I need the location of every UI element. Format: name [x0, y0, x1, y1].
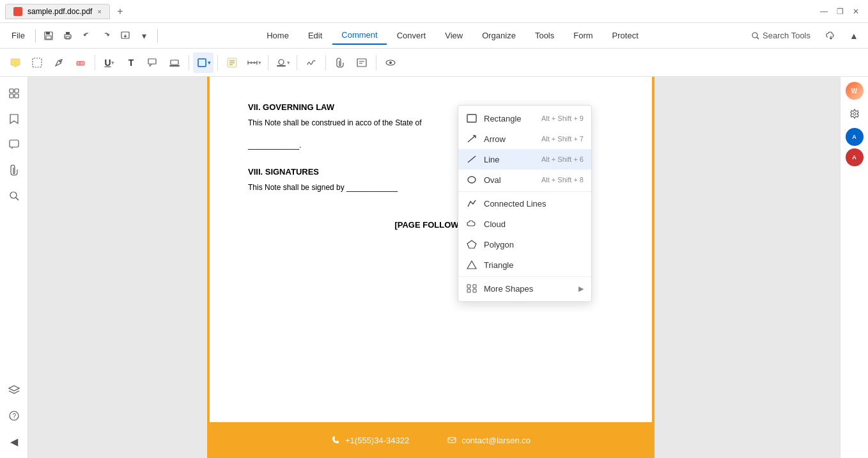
svg-point-26: [279, 59, 284, 65]
ai-other-button[interactable]: A: [846, 148, 864, 166]
signature-tool[interactable]: [301, 52, 322, 73]
active-tab[interactable]: sample.pdf.doc.pdf ×: [5, 4, 110, 19]
shape-polygon-item[interactable]: Polygon: [458, 234, 591, 255]
svg-rect-37: [10, 140, 19, 147]
pen-tool[interactable]: [49, 52, 69, 73]
titlebar: sample.pdf.doc.pdf × + — ❐ ✕: [0, 0, 868, 23]
nav-view[interactable]: View: [436, 27, 472, 44]
right-sidebar: W A A: [840, 77, 868, 458]
shape-line-item[interactable]: Line Alt + Shift + 6: [458, 149, 591, 170]
svg-point-52: [853, 113, 856, 115]
ai-claude-button[interactable]: A: [846, 128, 864, 146]
svg-rect-15: [169, 65, 180, 67]
nav-home[interactable]: Home: [258, 27, 298, 44]
svg-rect-4: [66, 32, 70, 35]
dropdown-sep-1: [458, 191, 591, 192]
redo-button[interactable]: [97, 27, 115, 45]
nav-organize[interactable]: Organize: [473, 27, 525, 44]
shape-more-shapes-item[interactable]: More Shapes ▶: [458, 278, 591, 299]
more-shapes-label: More Shapes: [484, 284, 572, 294]
right-settings-icon[interactable]: [843, 102, 866, 125]
nav-form[interactable]: Form: [564, 27, 601, 44]
text-tool[interactable]: T: [121, 52, 141, 73]
nav-protect[interactable]: Protect: [603, 27, 647, 44]
search-tools-button[interactable]: Search Tools: [745, 28, 817, 43]
select-tool[interactable]: [27, 52, 47, 73]
nav-tools[interactable]: Tools: [526, 27, 563, 44]
line-label: Line: [484, 155, 535, 164]
svg-point-32: [389, 61, 392, 64]
nav-edit[interactable]: Edit: [299, 27, 331, 44]
measure-tool[interactable]: ▾: [244, 52, 264, 73]
attach-tool[interactable]: [330, 52, 350, 73]
sidebar-help[interactable]: ?: [3, 404, 26, 427]
svg-rect-41: [448, 438, 456, 443]
shape-oval-item[interactable]: Oval Alt + Shift + 8: [458, 170, 591, 190]
cloud-icon: [466, 218, 477, 230]
sidebar-attachment[interactable]: [3, 159, 26, 182]
save-button[interactable]: [40, 27, 58, 45]
sidebar-search[interactable]: [3, 184, 26, 207]
rectangle-label: Rectangle: [484, 114, 535, 123]
line-icon: [466, 154, 477, 165]
sidebar-bookmark[interactable]: [3, 107, 26, 130]
maximize-button[interactable]: ❐: [833, 7, 848, 16]
sidebar-comment[interactable]: [3, 133, 26, 156]
toolbar-sep-7: [376, 55, 376, 70]
arrow-shortcut: Alt + Shift + 7: [541, 135, 584, 143]
connected-lines-label: Connected Lines: [484, 199, 584, 209]
svg-rect-34: [15, 89, 19, 93]
shape-rectangle-item[interactable]: Rectangle Alt + Shift + 9: [458, 108, 591, 129]
svg-rect-16: [198, 59, 206, 67]
file-menu[interactable]: File: [5, 28, 31, 43]
oval-shortcut: Alt + Shift + 8: [541, 176, 584, 184]
toolbar: U ▾ T ▾ ▾ ▾: [0, 49, 868, 77]
underline-tool[interactable]: U ▾: [99, 52, 120, 73]
more-button[interactable]: ▾: [136, 27, 153, 45]
sidebar-collapse[interactable]: ◀: [3, 430, 26, 453]
visibility-tool[interactable]: [380, 52, 401, 73]
cloud-upload-button[interactable]: [822, 27, 840, 45]
footer-phone: +1(555)34-34322: [331, 436, 409, 445]
tab-close-button[interactable]: ×: [97, 8, 101, 15]
shape-triangle-item[interactable]: Triangle: [458, 255, 591, 275]
sidebar-layers[interactable]: [3, 379, 26, 402]
new-tab-button[interactable]: +: [112, 4, 128, 19]
sticky-note-tool[interactable]: [222, 52, 242, 73]
svg-rect-50: [467, 289, 470, 292]
minimize-button[interactable]: —: [816, 7, 832, 16]
menu-separator-2: [157, 29, 158, 42]
tab-label: sample.pdf.doc.pdf: [27, 7, 92, 16]
shape-arrow-item[interactable]: Arrow Alt + Shift + 7: [458, 129, 591, 149]
tab-file-icon: [13, 7, 22, 16]
left-sidebar: ? ◀: [0, 77, 28, 458]
eraser-tool[interactable]: [70, 52, 91, 73]
export-button[interactable]: [116, 27, 134, 45]
rectangle-shortcut: Alt + Shift + 9: [541, 114, 584, 122]
triangle-icon: [466, 259, 477, 271]
sidebar-thumbnail[interactable]: [3, 82, 26, 105]
stamp-dropdown-tool[interactable]: ▾: [272, 52, 293, 73]
svg-marker-47: [467, 261, 476, 269]
svg-point-7: [752, 33, 757, 38]
shape-tool[interactable]: ▾: [193, 52, 213, 73]
shape-cloud-item[interactable]: Cloud: [458, 214, 591, 234]
callout-tool[interactable]: [143, 52, 163, 73]
collapse-button[interactable]: ▲: [845, 27, 863, 45]
ai-word-button[interactable]: W: [846, 82, 864, 100]
toolbar-sep-1: [95, 55, 95, 70]
arrow-label: Arrow: [484, 134, 535, 144]
nav-convert[interactable]: Convert: [388, 27, 435, 44]
stamp-tool[interactable]: [164, 52, 185, 73]
undo-button[interactable]: [78, 27, 96, 45]
textbox-tool[interactable]: [352, 52, 372, 73]
highlight-tool[interactable]: [5, 52, 26, 73]
more-shapes-icon: [466, 283, 477, 294]
toolbar-sep-3: [217, 55, 218, 70]
menu-separator: [35, 29, 36, 42]
print-button[interactable]: [59, 27, 77, 45]
close-window-button[interactable]: ✕: [849, 7, 863, 16]
shape-connected-lines-item[interactable]: Connected Lines: [458, 193, 591, 214]
nav-comment[interactable]: Comment: [332, 26, 386, 45]
pdf-footer: +1(555)34-34322 contact@larsen.co: [210, 422, 652, 458]
